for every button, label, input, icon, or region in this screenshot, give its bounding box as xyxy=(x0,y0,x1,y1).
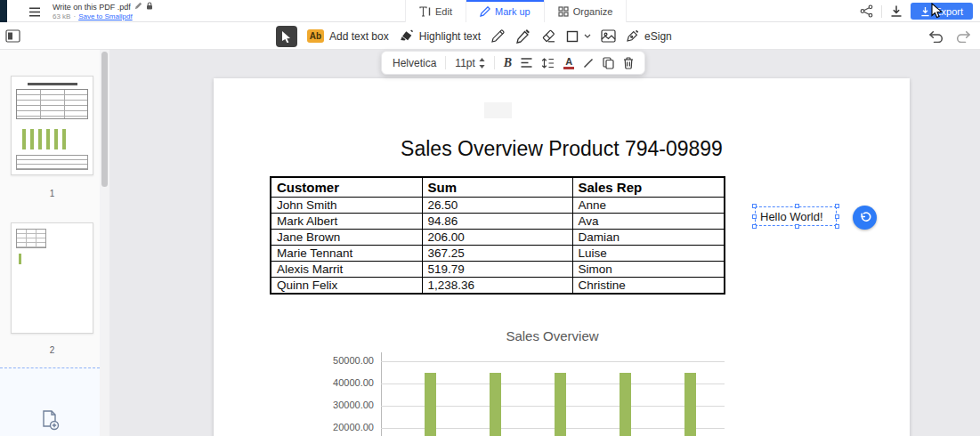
text-color-icon: A xyxy=(563,57,574,69)
share-button[interactable] xyxy=(860,4,873,18)
selection-handle-e[interactable] xyxy=(835,214,839,219)
selection-handle-se[interactable] xyxy=(835,224,839,229)
tab-edit[interactable]: Edit xyxy=(405,0,466,22)
table-cell: Alexis Marrit xyxy=(271,262,422,278)
sidebar-scrollbar[interactable] xyxy=(100,50,109,436)
document-title: Sales Overview Product 794-09899 xyxy=(214,137,910,161)
table-cell: Damian xyxy=(572,230,725,246)
chart-gridline xyxy=(381,361,725,362)
thumb-bar xyxy=(19,254,21,264)
table-cell: John Smith xyxy=(271,198,422,214)
export-button[interactable]: Export xyxy=(911,3,973,20)
table-header-row: Customer Sum Sales Rep xyxy=(271,177,725,198)
thumb-table-2 xyxy=(16,155,88,170)
grid-icon xyxy=(558,6,569,17)
redo-button[interactable] xyxy=(956,29,971,43)
page-thumbnail-2[interactable] xyxy=(11,222,93,334)
share-nodes-icon xyxy=(860,4,873,18)
empty-text-box[interactable] xyxy=(484,102,512,118)
format-divider xyxy=(494,56,495,69)
marker-tool-button[interactable] xyxy=(515,28,530,44)
selection-handle-ne[interactable] xyxy=(835,204,839,208)
lock-icon[interactable] xyxy=(146,2,153,12)
add-page-button[interactable] xyxy=(39,409,61,433)
chart-y-axis xyxy=(381,352,382,436)
topbar-divider xyxy=(881,5,882,18)
align-left-icon xyxy=(521,58,532,68)
table-row: Mark Albert94.86Ava xyxy=(271,214,725,230)
add-page-drop-zone[interactable] xyxy=(0,368,100,436)
shape-tool-button[interactable] xyxy=(566,30,591,43)
table-cell: 1,238.36 xyxy=(422,278,572,295)
scrollbar-thumb[interactable] xyxy=(101,52,108,187)
table-cell: Luise xyxy=(572,246,725,262)
table-cell: Christine xyxy=(572,278,725,295)
font-size-stepper[interactable]: 11pt xyxy=(455,57,484,69)
table-header: Sum xyxy=(422,177,572,198)
hamburger-menu-button[interactable] xyxy=(28,6,41,20)
history-group xyxy=(928,22,971,50)
table-header: Sales Rep xyxy=(572,177,725,198)
tab-markup-label: Mark up xyxy=(495,6,530,17)
esign-button[interactable]: eSign xyxy=(626,29,672,43)
selection-handle-n[interactable] xyxy=(795,204,799,208)
tab-organize[interactable]: Organize xyxy=(544,0,628,22)
download-icon xyxy=(890,4,903,18)
rename-pencil-icon[interactable] xyxy=(134,2,142,12)
selection-handle-nw[interactable] xyxy=(752,204,757,208)
stroke-style-button[interactable] xyxy=(583,58,594,69)
delete-button[interactable] xyxy=(623,57,634,69)
file-size: 63 kB xyxy=(53,12,70,20)
thumb-title-line xyxy=(28,83,77,85)
align-button[interactable] xyxy=(521,58,532,68)
line-spacing-button[interactable] xyxy=(541,58,555,69)
eraser-tool-button[interactable] xyxy=(540,29,556,43)
page-thumbnail-1[interactable] xyxy=(11,76,93,175)
meta-separator: · xyxy=(73,12,76,20)
tab-organize-label: Organize xyxy=(573,6,613,17)
highlight-text-button[interactable]: Highlight text xyxy=(399,29,481,43)
sales-table: Customer Sum Sales Rep John Smith26.50An… xyxy=(270,176,725,295)
thumb-chart xyxy=(22,125,66,149)
add-text-label: Add text box xyxy=(329,30,389,43)
table-cell: Marie Tennant xyxy=(271,246,422,262)
add-text-box-button[interactable]: Ab Add text box xyxy=(307,29,389,43)
download-button[interactable] xyxy=(890,4,903,18)
thumb-table xyxy=(16,229,46,248)
selection-handle-sw[interactable] xyxy=(752,224,757,229)
undo-button[interactable] xyxy=(928,29,944,43)
trash-icon xyxy=(623,57,634,69)
chart-ytick-label: 40000.00 xyxy=(319,377,374,388)
file-info: Write on this PDF .pdf 63 kB · Save to S… xyxy=(53,2,153,20)
duplicate-button[interactable] xyxy=(603,57,614,69)
bold-button[interactable]: B xyxy=(504,56,512,70)
highlighter-icon xyxy=(399,29,414,43)
page-panel-toggle-button[interactable] xyxy=(5,29,20,45)
selection-handle-w[interactable] xyxy=(752,214,757,219)
markup-toolbar: Ab Add text box Highlight text xyxy=(0,22,980,50)
rotate-annotation-button[interactable] xyxy=(853,206,877,230)
thumb-table xyxy=(16,89,88,119)
selection-handle-s[interactable] xyxy=(795,224,799,229)
pen-icon xyxy=(480,6,490,17)
tab-edit-label: Edit xyxy=(435,6,452,17)
text-annotation-box[interactable]: Hello World! xyxy=(755,206,837,226)
chevron-down-icon xyxy=(584,34,591,38)
table-header: Customer xyxy=(271,177,422,198)
document-canvas[interactable]: Sales Overview Product 794-09899 Custome… xyxy=(109,50,980,436)
redo-icon xyxy=(956,29,971,43)
font-family-select[interactable]: Helvetica xyxy=(393,57,436,69)
select-tool-button[interactable] xyxy=(276,26,297,47)
fountain-pen-icon xyxy=(626,29,639,43)
text-color-button[interactable]: A xyxy=(563,57,574,69)
table-row: Alexis Marrit519.79Simon xyxy=(271,262,725,278)
insert-image-button[interactable] xyxy=(601,29,616,43)
table-row: Quinn Felix1,238.36Christine xyxy=(271,278,725,295)
pen-tool-button[interactable] xyxy=(490,28,506,44)
app-window: Write on this PDF .pdf 63 kB · Save to S… xyxy=(0,0,980,436)
table-row: Marie Tennant367.25Luise xyxy=(271,246,725,262)
tab-markup[interactable]: Mark up xyxy=(466,0,544,22)
table-cell: 519.79 xyxy=(422,262,572,278)
mode-tabs: Edit Mark up Organize xyxy=(405,0,627,22)
save-to-smallpdf-link[interactable]: Save to Smallpdf xyxy=(78,12,132,20)
